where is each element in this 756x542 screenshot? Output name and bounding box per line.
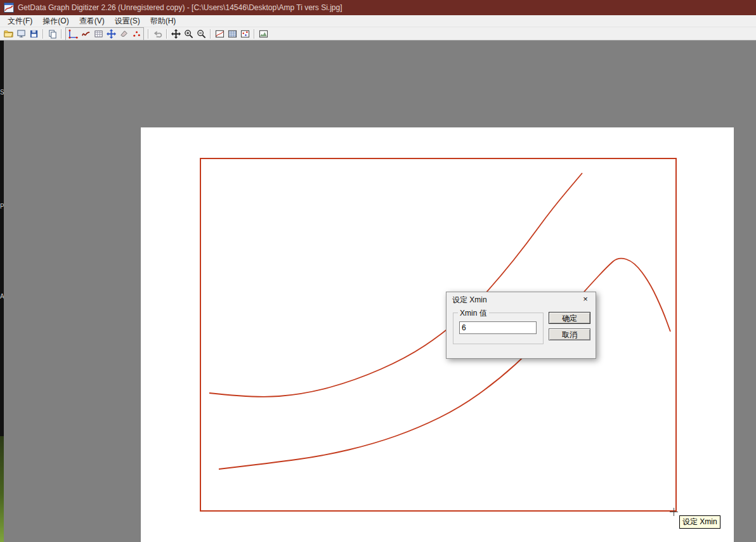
toggle-grid-button[interactable] [226,28,238,40]
pan-button[interactable] [169,28,182,40]
cancel-button[interactable]: 取消 [549,328,590,340]
desktop-label-fragment: P [0,203,4,210]
toolbar-separator [61,29,62,39]
graph-frame [200,158,676,511]
source-image[interactable] [141,127,734,542]
dialog-title-bar[interactable]: 设定 Xmin × [446,292,596,306]
xmin-groupbox: Xmin 值 [453,313,544,344]
reload-image-button[interactable] [257,28,270,40]
menu-file[interactable]: 文件(F) [3,15,37,28]
upper-curve [209,173,582,397]
close-icon[interactable]: × [576,293,595,306]
desktop-label-fragment: S [0,89,4,96]
undo-button[interactable] [151,28,164,40]
eraser-tool-button[interactable] [117,28,130,40]
app-icon [4,3,14,13]
dialog-title: 设定 Xmin [452,295,487,306]
xmin-group-label: Xmin 值 [458,308,489,319]
title-bar[interactable]: GetData Graph Digitizer 2.26 (Unregister… [0,0,756,15]
ok-button[interactable]: 确定 [549,312,590,324]
toolbar-separator [254,29,254,39]
zoom-in-button[interactable] [182,28,195,40]
menu-help[interactable]: 帮助(H) [145,15,181,28]
lower-curve [219,259,670,469]
move-tool-button[interactable] [105,28,117,40]
crosshair-cursor [670,508,678,516]
tooltip: 设定 Xmin [679,515,720,529]
xmin-input[interactable] [459,321,537,334]
toolbar-separator [210,29,211,39]
toolbar-separator [166,29,167,39]
toolbar-separator [148,29,148,39]
digitize-tool-group [65,27,144,41]
canvas-area: S P A 设定 Xmin × Xmin 值 确定 取消 设定 Xmin [0,41,756,542]
grid-tool-button[interactable] [92,28,105,40]
desktop-label-fragment: A [0,293,4,300]
menu-settings[interactable]: 设置(S) [110,15,145,28]
open-file-button[interactable] [2,28,15,40]
save-button[interactable] [27,28,40,40]
digitized-graph-svg [141,127,734,542]
copy-button[interactable] [46,28,58,40]
export-data-button[interactable] [15,28,27,40]
menu-view[interactable]: 查看(V) [74,15,110,28]
menu-bar: 文件(F) 操作(O) 查看(V) 设置(S) 帮助(H) [0,15,756,27]
toolbar [0,27,756,41]
set-axes-button[interactable] [67,28,79,40]
curve-tool-button[interactable] [79,28,92,40]
toggle-points-button[interactable] [238,28,251,40]
menu-operation[interactable]: 操作(O) [37,15,74,28]
toolbar-separator [42,29,43,39]
points-tool-button[interactable] [130,28,143,40]
window-title: GetData Graph Digitizer 2.26 (Unregister… [18,3,342,12]
desktop-wallpaper-artifact [0,436,4,542]
toggle-image-button[interactable] [213,28,226,40]
zoom-out-button[interactable] [195,28,207,40]
xmin-dialog: 设定 Xmin × Xmin 值 确定 取消 [446,292,596,359]
